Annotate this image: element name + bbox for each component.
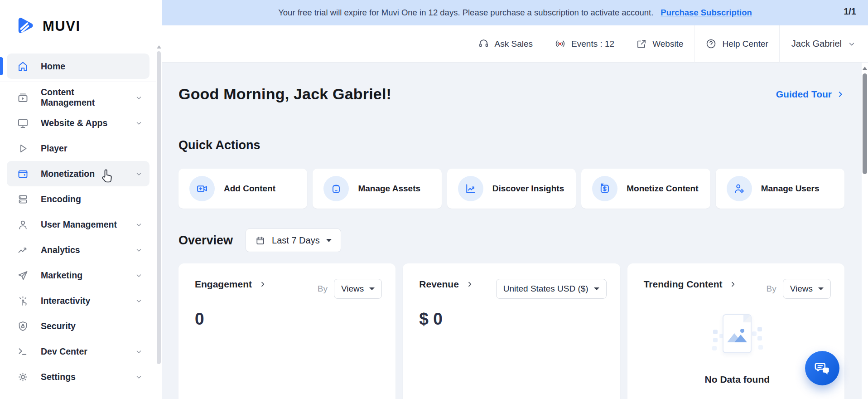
chevron-right-icon	[729, 281, 737, 288]
by-label: By	[318, 284, 328, 294]
chevron-right-icon	[466, 281, 473, 288]
sidebar-item-analytics[interactable]: Analytics	[7, 237, 149, 263]
play-icon	[17, 142, 29, 155]
trial-banner: Your free trial will expire for Muvi One…	[162, 0, 868, 25]
manage-users-button[interactable]: Manage Users	[716, 169, 844, 209]
purchase-subscription-link[interactable]: Purchase Subscription	[661, 8, 752, 18]
main-scrollbar[interactable]	[862, 63, 868, 399]
monetize-content-button[interactable]: Monetize Content	[581, 169, 710, 209]
chevron-right-icon	[259, 281, 266, 288]
sidebar-item-content-management[interactable]: Content Management	[7, 85, 149, 110]
line-chart-icon	[458, 176, 483, 201]
help-center-button[interactable]: Help Center	[694, 38, 779, 49]
quick-action-label: Monetize Content	[627, 184, 698, 194]
chevron-down-icon	[135, 272, 142, 279]
overview-cards: Engagement By Views 0	[178, 263, 844, 399]
monitor-icon	[17, 117, 29, 129]
trending-content-link[interactable]: Trending Content	[644, 279, 737, 290]
sidebar-item-label: Content Management	[41, 87, 124, 108]
chevron-down-icon	[135, 297, 142, 304]
trending-views-dropdown[interactable]: Views	[783, 279, 831, 299]
engagement-views-dropdown[interactable]: Views	[334, 279, 382, 299]
user-menu[interactable]: Jack Gabriel	[780, 39, 860, 49]
ask-sales-button[interactable]: Ask Sales	[467, 38, 544, 49]
wallet-icon	[17, 168, 29, 180]
quick-action-label: Manage Assets	[358, 184, 420, 194]
discover-insights-button[interactable]: Discover Insights	[447, 169, 576, 209]
sidebar-scrollbar[interactable]	[157, 45, 161, 394]
top-header: Ask Sales Events : 12 Website	[162, 25, 868, 63]
external-link-icon	[636, 39, 647, 49]
sidebar-item-marketing[interactable]: Marketing	[7, 263, 149, 288]
sidebar-item-player[interactable]: Player	[7, 136, 149, 161]
engagement-filter-value: Views	[341, 284, 364, 294]
muvi-logo[interactable]: MUVI	[14, 15, 81, 37]
help-center-label: Help Center	[722, 39, 768, 49]
sidebar-item-label: Interactivity	[41, 296, 124, 306]
scroll-up-arrow[interactable]	[157, 45, 161, 49]
quick-actions-row: Add Content Manage Assets Discover Insig…	[178, 169, 844, 209]
chevron-down-icon	[135, 120, 142, 127]
caret-down-icon	[326, 239, 332, 242]
website-button[interactable]: Website	[625, 39, 694, 49]
quick-action-label: Manage Users	[761, 184, 820, 194]
chevron-down-icon	[135, 170, 142, 177]
document-image-icon	[723, 314, 752, 353]
decor-dots	[713, 330, 718, 334]
chevron-down-icon	[135, 348, 142, 355]
events-button[interactable]: Events : 12	[544, 38, 625, 49]
sidebar-item-dev-center[interactable]: Dev Center	[7, 339, 149, 364]
sidebar-item-label: Security	[41, 321, 149, 331]
revenue-link[interactable]: Revenue	[419, 279, 473, 290]
quick-actions-title: Quick Actions	[178, 138, 844, 152]
engagement-title: Engagement	[195, 279, 252, 290]
guided-tour-link[interactable]: Guided Tour	[776, 89, 844, 100]
help-circle-icon	[705, 38, 717, 49]
engagement-link[interactable]: Engagement	[195, 279, 266, 290]
by-label: By	[766, 284, 776, 294]
chevron-right-icon	[836, 90, 844, 98]
user-gear-icon	[727, 176, 752, 201]
scrollbar-thumb[interactable]	[157, 51, 161, 364]
sidebar-item-website-apps[interactable]: Website & Apps	[7, 110, 149, 136]
sidebar-divider	[0, 82, 156, 82]
no-data-illustration	[708, 314, 767, 364]
sidebar-item-settings[interactable]: Settings	[7, 364, 149, 389]
sidebar-item-label: User Management	[41, 219, 124, 230]
add-content-button[interactable]: Add Content	[178, 169, 307, 209]
scrollbar-thumb[interactable]	[863, 73, 867, 174]
shield-lock-icon	[17, 320, 29, 332]
sidebar-item-label: Monetization	[41, 169, 124, 179]
chat-support-button[interactable]	[805, 351, 839, 385]
brand-name: MUVI	[43, 18, 81, 34]
events-label: Events : 12	[571, 39, 614, 49]
sidebar-item-monetization[interactable]: Monetization	[7, 161, 149, 186]
sidebar-item-label: Analytics	[41, 245, 124, 255]
video-plus-icon	[189, 176, 215, 201]
sidebar-item-home[interactable]: Home	[7, 54, 149, 79]
asset-box-icon	[323, 176, 349, 201]
trend-icon	[17, 244, 29, 256]
sidebar-item-encoding[interactable]: Encoding	[7, 186, 149, 212]
engagement-value: 0	[195, 310, 382, 329]
scroll-up-arrow[interactable]	[863, 67, 867, 70]
sidebar-item-security[interactable]: Security	[7, 313, 149, 339]
sidebar-item-label: Marketing	[41, 270, 124, 281]
sidebar-item-label: Encoding	[41, 194, 149, 204]
home-icon	[17, 60, 29, 73]
gear-icon	[17, 371, 29, 383]
calendar-icon	[255, 235, 265, 246]
sidebar-item-interactivity[interactable]: Interactivity	[7, 288, 149, 313]
sidebar-item-label: Home	[41, 61, 149, 72]
caret-down-icon	[369, 287, 375, 290]
manage-assets-button[interactable]: Manage Assets	[313, 169, 441, 209]
sidebar-item-label: Player	[41, 143, 149, 154]
revenue-value: $ 0	[419, 310, 606, 329]
user-name: Jack Gabriel	[791, 39, 842, 49]
currency-dropdown[interactable]: United States USD ($)	[496, 279, 607, 299]
date-range-dropdown[interactable]: Last 7 Days	[246, 229, 341, 252]
quick-action-label: Discover Insights	[492, 184, 564, 194]
banner-pagination: 1/1	[844, 6, 856, 17]
sidebar-item-user-management[interactable]: User Management	[7, 212, 149, 237]
chevron-down-icon	[848, 40, 855, 48]
